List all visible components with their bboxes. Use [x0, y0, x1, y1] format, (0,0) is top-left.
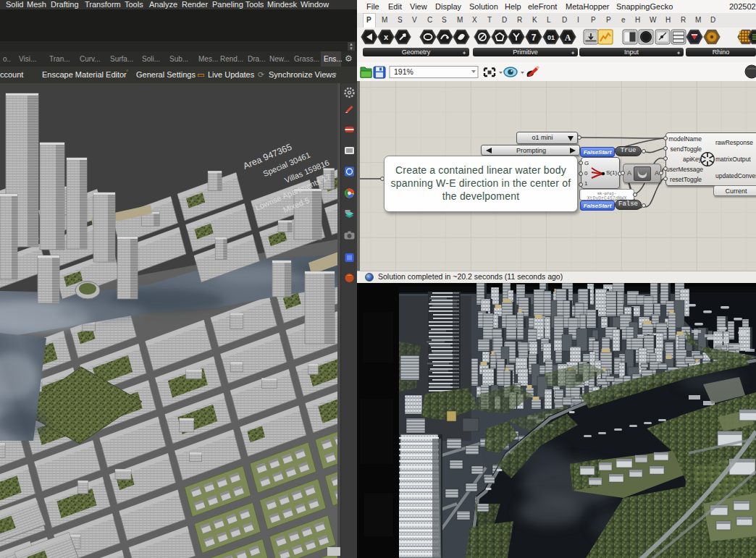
- svg-text:✦: ✦: [676, 50, 681, 56]
- svg-text:Primitive: Primitive: [513, 48, 538, 56]
- svg-text:191%: 191%: [394, 67, 413, 76]
- svg-text:Input: Input: [624, 48, 639, 56]
- svg-text:✦: ✦: [462, 50, 467, 56]
- svg-text:Rhino: Rhino: [713, 48, 730, 56]
- svg-text:x: x: [384, 33, 389, 41]
- svg-text:01: 01: [547, 34, 555, 41]
- svg-text:7: 7: [532, 33, 537, 43]
- svg-text:Geometry: Geometry: [402, 48, 431, 56]
- svg-text:✦: ✦: [571, 50, 576, 56]
- svg-text:A: A: [565, 33, 571, 43]
